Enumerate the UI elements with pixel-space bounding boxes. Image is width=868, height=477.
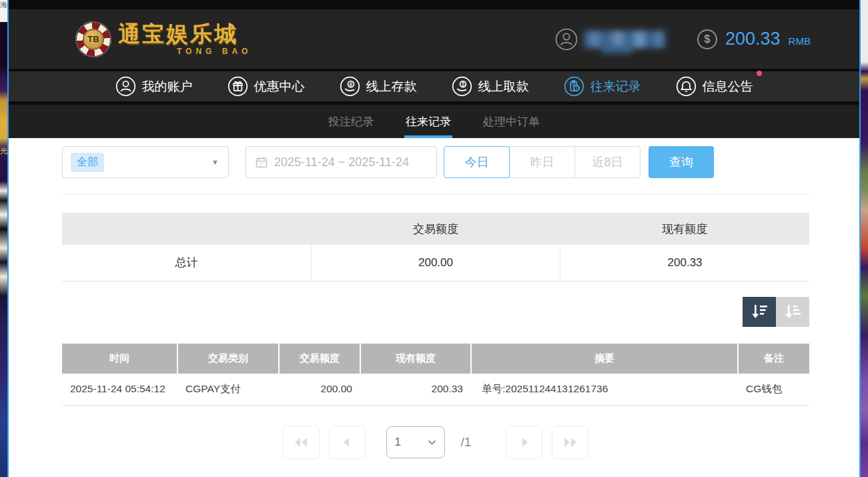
nav-item-deposit[interactable]: 线上存款 [340, 76, 417, 97]
date-range-picker[interactable]: 2025-11-24 ~ 2025-11-24 [246, 146, 437, 178]
filter-row: 全部 ▼ 2025-11-24 ~ 2025-11-24 今日 昨日 近8日 查… [62, 146, 809, 178]
page-select-value: 1 [395, 436, 401, 449]
col-transaction-amount: 交易额度 [279, 344, 360, 374]
records-table: 时间 交易类别 交易额度 现有额度 摘要 备注 2025-11-24 05:54… [62, 344, 809, 406]
gift-icon [228, 76, 248, 97]
sort-controls [62, 297, 809, 327]
cell-remarks: CG钱包 [738, 374, 809, 406]
page-total-label: /1 [461, 435, 472, 450]
top-black-bar [9, 0, 859, 9]
summary-total-label: 总计 [62, 245, 311, 281]
prev-page-button[interactable] [329, 426, 366, 459]
col-summary: 摘要 [471, 344, 738, 374]
balance-currency: RMB [789, 35, 811, 47]
records-header-row: 时间 交易类别 交易额度 现有额度 摘要 备注 [62, 344, 809, 374]
cell-time: 2025-11-24 05:54:12 [62, 374, 177, 406]
table-row: 2025-11-24 05:54:12 CGPAY支付 200.00 200.3… [62, 374, 809, 406]
background-tab: 海 [0, 0, 7, 22]
today-button[interactable]: 今日 [444, 146, 510, 178]
summary-header-balance: 现有额度 [560, 213, 809, 245]
nav-item-my-account[interactable]: 我的账户 [115, 76, 193, 97]
summary-balance-total: 200.33 [560, 245, 809, 281]
tab-betting-records[interactable]: 投注纪录 [327, 105, 375, 138]
background-glyph: 光 [0, 145, 8, 157]
svg-text:$: $ [461, 81, 464, 87]
nav-item-transaction-records[interactable]: 往来记录 [564, 76, 641, 97]
sort-descending-icon [750, 303, 769, 320]
logo-title: 通宝娱乐城 [118, 23, 252, 45]
content-area: 全部 ▼ 2025-11-24 ~ 2025-11-24 今日 昨日 近8日 查… [9, 138, 859, 477]
nav-item-withdraw[interactable]: $ 线上取款 [452, 76, 529, 97]
casino-chip-icon: TB [75, 21, 111, 57]
site-logo[interactable]: TB 通宝娱乐城 TONG BAO [75, 21, 252, 57]
chip-tb-text: TB [83, 29, 104, 50]
bell-icon [676, 76, 697, 97]
nav-label: 优惠中心 [254, 78, 305, 95]
divider [62, 194, 809, 195]
nav-label: 信息公告 [703, 78, 753, 95]
main-nav: 我的账户 优惠中心 线上存款 $ 线上取款 [9, 71, 859, 101]
user-account-area[interactable] [555, 9, 667, 69]
page-select[interactable]: 1 [386, 426, 445, 458]
withdraw-dollar-hand-icon: $ [452, 76, 472, 97]
calendar-icon [256, 156, 268, 168]
cell-transaction-type: CGPAY支付 [177, 374, 279, 406]
nav-label: 往来记录 [590, 78, 641, 95]
next-page-button[interactable] [506, 426, 542, 459]
nav-label: 我的账户 [142, 78, 193, 95]
summary-header-transaction: 交易额度 [311, 213, 560, 245]
pagination: 1 /1 [62, 426, 809, 459]
summary-total-row: 总计 200.00 200.33 [62, 245, 809, 281]
last-8-days-button[interactable]: 近8日 [574, 146, 640, 178]
balance-area[interactable]: $ 200.33 RMB [697, 9, 811, 69]
quick-date-buttons: 今日 昨日 近8日 [444, 146, 640, 178]
background-window-right [859, 0, 868, 477]
cell-current-balance: 200.33 [360, 374, 471, 406]
screen: 海 光 TB 通宝娱乐城 TONG BAO $ [0, 0, 868, 477]
summary-transaction-total: 200.00 [311, 245, 560, 281]
nav-label: 线上取款 [478, 78, 529, 95]
tab-transaction-records[interactable]: 往来记录 [404, 105, 452, 138]
col-time: 时间 [62, 344, 177, 374]
prev-page-icon [341, 436, 353, 448]
username-blurred [583, 31, 667, 48]
notification-badge [757, 71, 762, 76]
col-current-balance: 现有额度 [360, 344, 471, 374]
next-page-icon [518, 436, 530, 448]
user-icon [555, 28, 578, 51]
first-page-icon [293, 436, 309, 448]
tab-pending-orders[interactable]: 处理中订单 [482, 105, 541, 138]
balance-amount: 200.33 [725, 29, 781, 49]
yesterday-button[interactable]: 昨日 [509, 146, 575, 178]
sort-ascending-icon [783, 303, 802, 320]
last-page-button[interactable] [552, 426, 588, 459]
sort-descending-button[interactable] [743, 297, 776, 327]
type-select-value: 全部 [71, 153, 104, 172]
cell-transaction-amount: 200.00 [279, 374, 360, 406]
first-page-button[interactable] [283, 426, 320, 459]
nav-item-promotions[interactable]: 优惠中心 [228, 76, 305, 97]
col-transaction-type: 交易类别 [177, 344, 279, 374]
chevron-down-icon: ▼ [211, 158, 219, 166]
cell-summary: 单号:202511244131261736 [471, 374, 738, 406]
dollar-coin-icon: $ [697, 29, 717, 49]
site-header: TB 通宝娱乐城 TONG BAO $ 200.33 RMB [9, 9, 859, 69]
nav-item-announcements[interactable]: 信息公告 [676, 76, 753, 97]
type-select[interactable]: 全部 ▼ [62, 146, 229, 178]
main-page: TB 通宝娱乐城 TONG BAO $ 200.33 RMB [9, 0, 859, 477]
summary-table: 交易额度 现有额度 总计 200.00 200.33 [62, 213, 809, 282]
logo-subtitle: TONG BAO [177, 47, 252, 55]
user-icon [115, 76, 136, 97]
summary-header-empty [62, 213, 311, 245]
nav-label: 线上存款 [366, 78, 417, 95]
col-remarks: 备注 [738, 344, 809, 374]
background-window-left: 海 光 [0, 0, 9, 477]
chevron-down-icon [428, 440, 436, 446]
deposit-coin-hand-icon [340, 76, 360, 97]
record-tabs: 投注纪录 往来记录 处理中订单 [9, 105, 859, 138]
sort-ascending-button[interactable] [776, 297, 809, 327]
last-page-icon [562, 436, 578, 448]
search-button[interactable]: 查询 [648, 146, 714, 178]
summary-header-row: 交易额度 现有额度 [62, 213, 809, 245]
clipboard-clock-icon [564, 76, 584, 97]
